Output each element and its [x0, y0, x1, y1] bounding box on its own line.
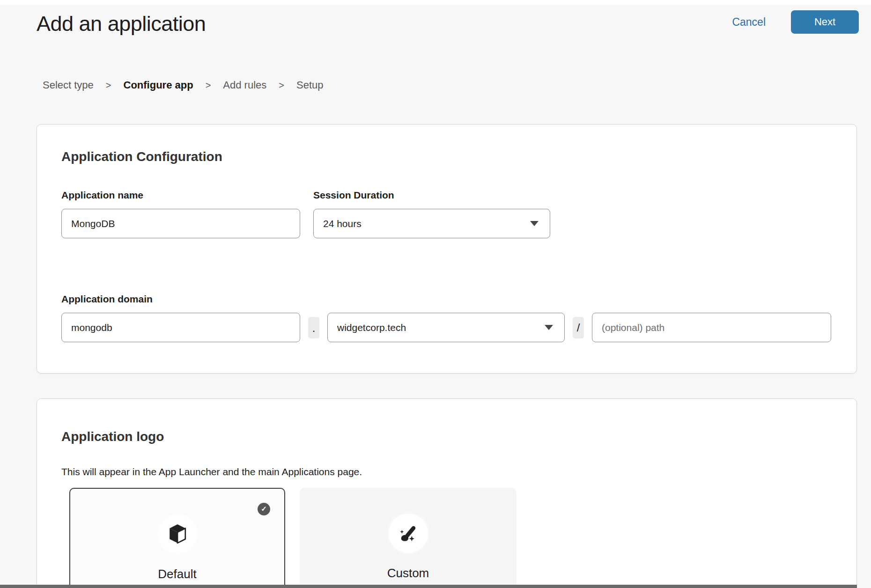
page-root: Add an application Cancel Next Select ty…	[0, 0, 871, 588]
logo-description: This will appear in the App Launcher and…	[61, 466, 832, 478]
slash-separator: /	[573, 317, 584, 338]
application-configuration-card: Application Configuration Application na…	[37, 124, 857, 374]
path-field	[592, 313, 831, 342]
logo-option-label: Default	[70, 567, 284, 581]
default-logo-circle	[158, 514, 197, 554]
subdomain-field	[61, 313, 300, 342]
header-actions: Cancel Next	[729, 10, 859, 34]
breadcrumb-separator: >	[106, 80, 111, 91]
name-duration-row: Application name Session Duration 24 hou…	[61, 190, 832, 238]
horizontal-scrollbar[interactable]	[0, 585, 857, 588]
breadcrumb: Select type > Configure app > Add rules …	[43, 79, 871, 91]
breadcrumb-separator: >	[279, 80, 284, 91]
breadcrumb-step-configure-app[interactable]: Configure app	[124, 79, 193, 91]
session-duration-label: Session Duration	[313, 190, 550, 201]
application-domain-label: Application domain	[61, 294, 832, 305]
path-input[interactable]	[592, 313, 831, 342]
logo-options-row: ✓ Default	[69, 488, 832, 588]
breadcrumb-separator: >	[206, 80, 211, 91]
application-name-label: Application name	[61, 190, 300, 201]
session-duration-value: 24 hours	[323, 218, 362, 229]
logo-section-title: Application logo	[61, 430, 832, 444]
page-header: Add an application Cancel Next	[0, 0, 871, 35]
domain-select-value: widgetcorp.tech	[337, 322, 406, 333]
application-name-field-group: Application name	[61, 190, 300, 238]
cancel-button[interactable]: Cancel	[729, 15, 768, 29]
application-logo-card: Application logo This will appear in the…	[37, 398, 857, 588]
custom-logo-circle	[389, 514, 428, 553]
domain-select[interactable]: widgetcorp.tech	[327, 313, 565, 342]
breadcrumb-step-select-type[interactable]: Select type	[43, 79, 94, 91]
caret-down-icon	[530, 221, 539, 226]
subdomain-input[interactable]	[61, 313, 300, 342]
caret-down-icon	[545, 325, 553, 330]
dot-separator: .	[308, 317, 319, 338]
logo-option-default[interactable]: ✓ Default	[69, 488, 285, 588]
configuration-section-title: Application Configuration	[61, 150, 832, 164]
cube-icon	[169, 524, 186, 544]
application-name-input[interactable]	[61, 209, 300, 238]
session-duration-select[interactable]: 24 hours	[313, 209, 550, 238]
paintbrush-icon	[399, 523, 418, 543]
breadcrumb-step-add-rules[interactable]: Add rules	[223, 79, 266, 91]
next-button[interactable]: Next	[791, 10, 859, 34]
application-domain-row: . widgetcorp.tech /	[61, 313, 832, 342]
check-icon: ✓	[258, 503, 270, 515]
logo-option-label: Custom	[300, 566, 517, 581]
session-duration-field-group: Session Duration 24 hours	[313, 190, 550, 238]
breadcrumb-step-setup[interactable]: Setup	[296, 79, 324, 91]
logo-option-custom[interactable]: Custom	[300, 488, 517, 588]
